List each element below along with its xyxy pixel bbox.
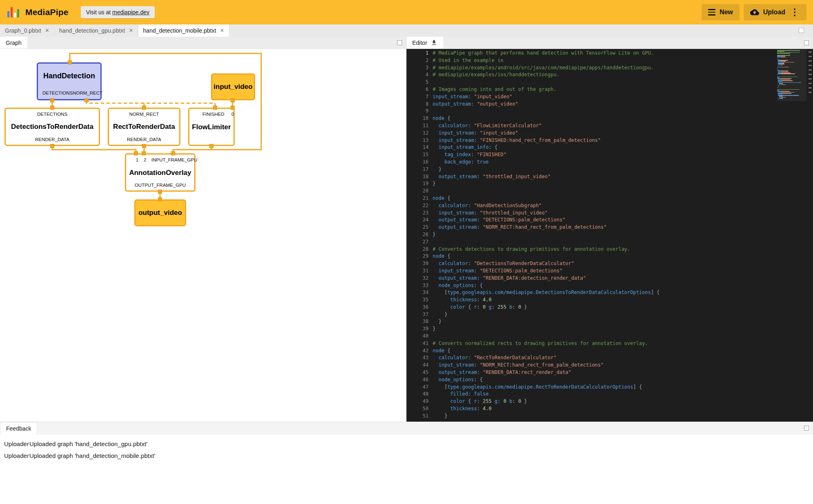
port[interactable]	[50, 98, 54, 102]
code-line[interactable]: # Converts detections to drawing primiti…	[433, 246, 813, 253]
tab-feedback[interactable]: Feedback	[0, 422, 37, 435]
code-line[interactable]	[433, 333, 813, 340]
code-line[interactable]: node_options: {	[433, 282, 813, 290]
code-line[interactable]: }	[433, 311, 813, 318]
download-graph-icon[interactable]	[431, 39, 438, 46]
port-label-render-data: RENDER_DATA	[127, 137, 161, 142]
code-line[interactable]: }	[433, 231, 813, 239]
port[interactable]	[158, 190, 162, 194]
port[interactable]	[142, 144, 146, 148]
port[interactable]	[213, 106, 217, 110]
code-line[interactable]: node {	[433, 195, 813, 202]
expand-editor-panel-icon[interactable]	[804, 40, 809, 45]
expand-feedback-panel-icon[interactable]	[804, 426, 809, 431]
graph-node-input-video[interactable]: input_video	[211, 73, 255, 100]
mediapipe-dev-link[interactable]: mediapipe.dev	[112, 9, 149, 15]
line-number: 14	[406, 144, 433, 151]
file-tab[interactable]: hand_detection_gpu.pbtxt×	[54, 24, 138, 37]
code-line[interactable]: calculator: "HandDetectionSubgraph"	[433, 202, 813, 210]
graph-node-annotation-overlay[interactable]: 1 2 INPUT_FRAME_GPU AnnotationOverlay OU…	[125, 153, 195, 192]
code-line[interactable]: calculator: "FlowLimiterCalculator"	[433, 122, 813, 130]
code-line[interactable]: input_stream: "DETECTIONS:palm_detection…	[433, 267, 813, 275]
code-line[interactable]: # Used in the example in	[433, 57, 813, 64]
code-line[interactable]: }	[433, 166, 813, 173]
code-line[interactable]: input_stream: "NORM_RECT:hand_rect_from_…	[433, 362, 813, 369]
graph-node-flow-limiter[interactable]: FINISHED 0 FlowLimiter	[188, 108, 235, 146]
port[interactable]	[231, 98, 235, 102]
code-line[interactable]: # Images coming into and out of the grap…	[433, 86, 813, 93]
graph-node-detections-to-render-data[interactable]: DETECTIONS DetectionsToRenderData RENDER…	[4, 108, 100, 146]
code-line[interactable]: }	[433, 318, 813, 325]
code-line[interactable]: filled: false	[433, 391, 813, 398]
upload-button[interactable]: Upload ⋮	[744, 4, 806, 20]
node-title: output_video	[138, 209, 182, 217]
code-line[interactable]: output_stream: "RENDER_DATA:rect_render_…	[433, 369, 813, 376]
graph-canvas[interactable]: HandDetection DETECTIONS NORM_RECT input…	[0, 49, 406, 422]
code-line[interactable]: [type.googleapis.com/mediapipe.RectToRen…	[433, 384, 813, 391]
file-tab[interactable]: Graph_0.pbtxt×	[0, 24, 54, 37]
graph-node-rect-to-render-data[interactable]: NORM_RECT RectToRenderData RENDER_DATA	[108, 108, 180, 146]
code-line[interactable]: # mediapipie/examples/android/src/java/c…	[433, 64, 813, 72]
code-line[interactable]: output_stream: "RENDER_DATA:detection_re…	[433, 275, 813, 282]
close-tab-icon[interactable]: ×	[220, 27, 224, 34]
line-number: 17	[406, 166, 433, 173]
code-line[interactable]: node {	[433, 115, 813, 122]
port[interactable]	[158, 197, 162, 201]
code-line[interactable]: [type.googleapis.com/mediapipe.Detection…	[433, 289, 813, 296]
code-line[interactable]: output_stream: "output_video"	[433, 101, 813, 108]
code-line[interactable]: }	[433, 325, 813, 333]
code-line[interactable]: color { r: 255 g: 0 b: 0 }	[433, 398, 813, 405]
graph-node-output-video[interactable]: output_video	[134, 199, 186, 226]
close-tab-icon[interactable]: ×	[129, 27, 133, 34]
code-line[interactable]: input_stream: "FINISHED:hand_rect_from_p…	[433, 137, 813, 144]
new-button[interactable]: New	[702, 4, 740, 20]
minimap[interactable]	[777, 50, 806, 100]
restore-window-icon[interactable]	[799, 28, 804, 33]
code-line[interactable]	[433, 239, 813, 246]
code-line[interactable]: thickness: 4.0	[433, 405, 813, 413]
mediapipe-logo-icon	[7, 5, 20, 19]
code-line[interactable]: calculator: "RectToRenderDataCalculator"	[433, 354, 813, 362]
code-line[interactable]	[433, 79, 813, 86]
code-line[interactable]: node {	[433, 347, 813, 355]
code-line[interactable]: # MediaPipe graph that performs hand det…	[433, 50, 813, 57]
port[interactable]	[142, 106, 146, 110]
code-line[interactable]: node_options: {	[433, 376, 813, 384]
code-line[interactable]	[433, 108, 813, 115]
port[interactable]	[142, 151, 146, 155]
port[interactable]	[50, 144, 54, 148]
port[interactable]	[231, 106, 235, 110]
code-line[interactable]: tag_index: "FINISHED"	[433, 151, 813, 159]
code-line[interactable]: output_stream: "throttled_input_video"	[433, 173, 813, 181]
code-editor[interactable]: 1234567891011121314151617181920212223242…	[406, 49, 813, 422]
code-line[interactable]: }	[433, 180, 813, 188]
code-line[interactable]: input_stream: "input_video"	[433, 93, 813, 101]
code-line[interactable]: back_edge: true	[433, 159, 813, 166]
file-tab[interactable]: hand_detection_mobile.pbtxt×	[138, 24, 229, 37]
tab-graph[interactable]: Graph	[0, 37, 27, 49]
code-line[interactable]	[433, 188, 813, 195]
code-line[interactable]: output_stream: "NORM_RECT:hand_rect_from…	[433, 224, 813, 231]
code-line[interactable]: # mediapipie/examples/ios/handdetectiong…	[433, 71, 813, 79]
port[interactable]	[171, 151, 175, 155]
port[interactable]	[68, 60, 72, 64]
upload-more-options-icon[interactable]: ⋮	[789, 8, 800, 17]
code-line[interactable]: input_stream_info: {	[433, 144, 813, 151]
code-line[interactable]: output_stream: "DETECTIONS:palm_detectio…	[433, 217, 813, 224]
close-tab-icon[interactable]: ×	[45, 27, 49, 34]
port[interactable]	[209, 144, 213, 148]
code-line[interactable]: input_stream: "throttled_input_video"	[433, 210, 813, 217]
port[interactable]	[50, 106, 54, 110]
code-line[interactable]: thickness: 4.0	[433, 296, 813, 304]
code-line[interactable]: color { r: 0 g: 255 b: 0 }	[433, 304, 813, 311]
code-line[interactable]: input_stream: "input_video"	[433, 130, 813, 137]
code-line[interactable]: calculator: "DetectionsToRenderDataCalcu…	[433, 260, 813, 267]
code-line[interactable]: }	[433, 413, 813, 420]
expand-graph-panel-icon[interactable]	[397, 40, 402, 45]
code-line[interactable]: node {	[433, 253, 813, 260]
port[interactable]	[84, 98, 89, 102]
port[interactable]	[134, 151, 138, 155]
code-line[interactable]: # Converts normalized rects to drawing p…	[433, 340, 813, 347]
tab-editor[interactable]: Editor	[406, 37, 443, 49]
graph-node-hand-detection[interactable]: HandDetection DETECTIONS NORM_RECT	[37, 62, 102, 100]
